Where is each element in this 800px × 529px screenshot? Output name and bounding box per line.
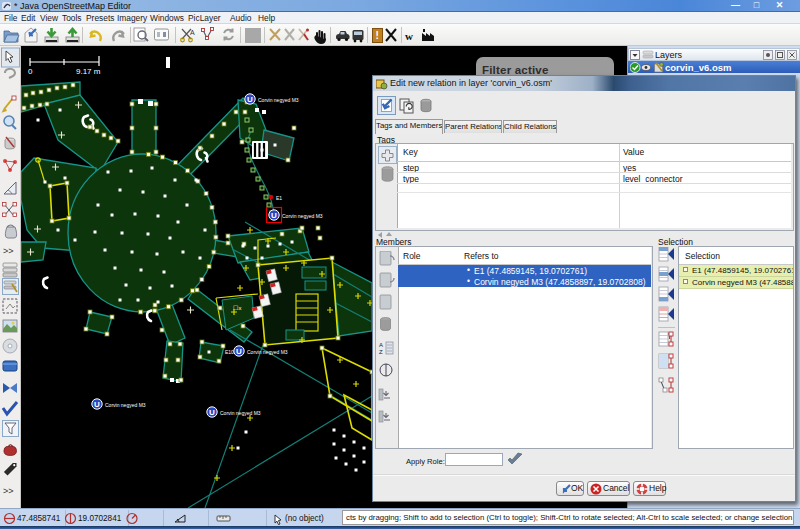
svg-text:U: U — [271, 211, 277, 220]
svg-text:E1: E1 — [276, 195, 282, 201]
svg-text:U: U — [209, 408, 215, 417]
svg-text:>>: >> — [3, 486, 14, 496]
svg-text:>>: >> — [3, 246, 14, 256]
svg-text:U: U — [94, 400, 100, 409]
svg-text:Corvin negyed M3: Corvin negyed M3 — [282, 213, 323, 219]
svg-text:A: A — [379, 342, 383, 348]
svg-text:U: U — [236, 347, 242, 356]
svg-text:9.17 m: 9.17 m — [76, 67, 101, 76]
svg-text:0: 0 — [28, 67, 33, 76]
svg-text:!: ! — [376, 30, 379, 41]
svg-text:w: w — [405, 30, 413, 42]
svg-text:Corvin negyed M3: Corvin negyed M3 — [220, 410, 261, 416]
svg-text:Corvin negyed M3: Corvin negyed M3 — [105, 402, 146, 408]
svg-text:A: A — [190, 29, 195, 36]
svg-text:Z: Z — [379, 349, 383, 355]
svg-text:U: U — [247, 95, 253, 104]
svg-text:Corvin negyed M3: Corvin negyed M3 — [258, 97, 299, 103]
svg-text:Corvin negyed M3: Corvin negyed M3 — [247, 349, 288, 355]
svg-text:E10: E10 — [225, 349, 234, 355]
